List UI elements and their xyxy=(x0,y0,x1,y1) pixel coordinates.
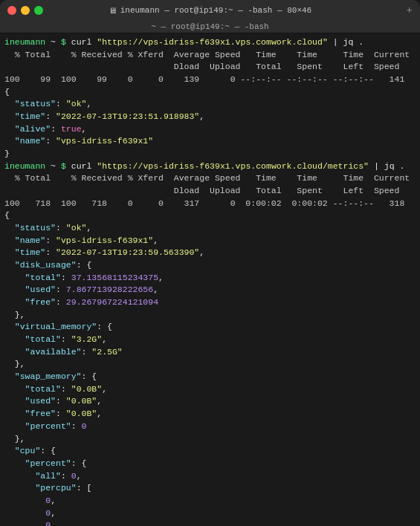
json-cpu-percpu-0c: 0 xyxy=(4,519,416,526)
maximize-button[interactable] xyxy=(34,6,43,15)
json-virtual-memory: "virtual_memory": { xyxy=(4,321,416,334)
json-swap-used: "used": "0.0B", xyxy=(4,395,416,408)
json-swap-memory: "swap_memory": { xyxy=(4,371,416,383)
json-cpu: "cpu": { xyxy=(4,445,416,458)
close-button[interactable] xyxy=(7,6,16,15)
terminal-window: 🖥 ineumann — root@ip149:~ — -bash — 80×4… xyxy=(0,0,420,526)
json-cpu-percent-all: "all": 0, xyxy=(4,470,416,483)
json-cpu-percpu: "percpu": [ xyxy=(4,482,416,495)
json-disk-close: }, xyxy=(4,309,416,322)
json-brace-open-2: { xyxy=(4,210,416,222)
curl-header-3: % Total % Received % Xferd Average Speed… xyxy=(4,172,416,185)
json-alive-1: "alive": true, xyxy=(4,123,416,136)
prompt-line-2: ineumann ~ $ curl "https://vps-idriss-f6… xyxy=(4,160,416,173)
json-name-1: "name": "vps-idriss-f639x1" xyxy=(4,135,416,148)
json-vmem-total: "total": "3.2G", xyxy=(4,334,416,346)
json-disk-used: "used": 7.867713928222656, xyxy=(4,284,416,296)
json-cpu-percpu-0b: 0, xyxy=(4,507,416,520)
json-status-1: "status": "ok", xyxy=(4,98,416,111)
curl-progress-2: 100 718 100 718 0 0 317 0 0:00:02 0:00:0… xyxy=(4,198,416,210)
json-time-2: "time": "2022-07-13T19:23:59.563390", xyxy=(4,247,416,259)
json-name-2: "name": "vps-idriss-f639x1", xyxy=(4,235,416,247)
curl-header-2: Dload Upload Total Spent Left Speed xyxy=(4,61,416,74)
curl-header-1: % Total % Received % Xferd Average Speed… xyxy=(4,49,416,62)
prompt-line-1: ineumann ~ $ curl "https://vps-idriss-f6… xyxy=(4,36,416,49)
json-vmem-close: }, xyxy=(4,358,416,371)
json-swap-close: }, xyxy=(4,433,416,446)
traffic-lights xyxy=(7,6,43,15)
terminal-content[interactable]: ineumann ~ $ curl "https://vps-idriss-f6… xyxy=(0,33,420,526)
json-disk-usage: "disk_usage": { xyxy=(4,259,416,272)
curl-progress-1: 100 99 100 99 0 0 139 0 --:--:-- --:--:-… xyxy=(4,74,416,86)
json-time-1: "time": "2022-07-13T19:23:51.918983", xyxy=(4,111,416,123)
window-title: 🖥 ineumann — root@ip149:~ — -bash — 80×4… xyxy=(109,6,311,16)
json-swap-free: "free": "0.0B", xyxy=(4,408,416,421)
json-brace-open-1: { xyxy=(4,86,416,99)
json-cpu-percpu-0a: 0, xyxy=(4,495,416,507)
json-swap-percent: "percent": 0 xyxy=(4,421,416,433)
json-swap-total: "total": "0.0B", xyxy=(4,383,416,396)
json-status-2: "status": "ok", xyxy=(4,222,416,235)
json-cpu-percent: "percent": { xyxy=(4,458,416,470)
titlebar: 🖥 ineumann — root@ip149:~ — -bash — 80×4… xyxy=(0,0,420,21)
curl-header-4: Dload Upload Total Spent Left Speed xyxy=(4,185,416,198)
terminal-icon: 🖥 xyxy=(109,6,117,16)
json-disk-total: "total": 37.13568115234375, xyxy=(4,272,416,285)
json-disk-free: "free": 29.267967224121094 xyxy=(4,296,416,309)
new-tab-button[interactable]: + xyxy=(407,4,413,16)
minimize-button[interactable] xyxy=(21,6,30,15)
subtitle-bar: ~ — root@ip149:~ — -bash xyxy=(0,21,420,33)
json-brace-close-1: } xyxy=(4,148,416,160)
json-vmem-avail: "available": "2.5G" xyxy=(4,346,416,359)
